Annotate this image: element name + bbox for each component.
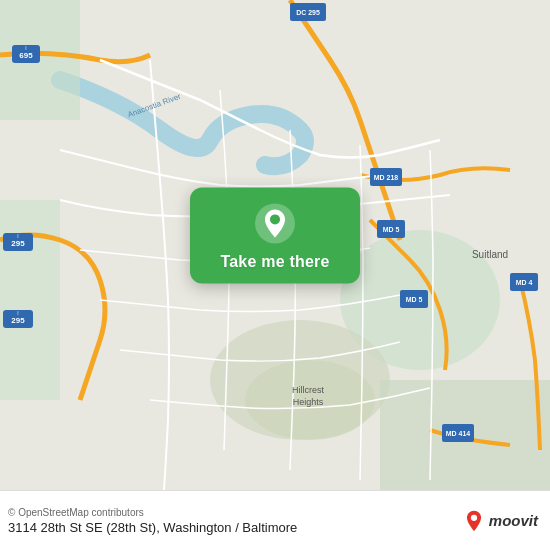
svg-text:Suitland: Suitland xyxy=(472,249,508,260)
svg-text:I: I xyxy=(17,310,18,316)
green-card[interactable]: Take me there xyxy=(190,187,360,283)
bottom-bar: © OpenStreetMap contributors 3114 28th S… xyxy=(0,490,550,550)
bottom-info: © OpenStreetMap contributors 3114 28th S… xyxy=(8,507,297,535)
svg-text:MD 5: MD 5 xyxy=(406,296,423,303)
cta-overlay: Take me there xyxy=(185,187,365,283)
moovit-logo: moovit xyxy=(463,510,538,532)
location-pin-icon xyxy=(253,201,297,245)
moovit-pin-icon xyxy=(463,510,485,532)
svg-text:DC 295: DC 295 xyxy=(296,9,320,16)
svg-point-33 xyxy=(270,214,280,224)
svg-text:MD 5: MD 5 xyxy=(383,226,400,233)
svg-text:I: I xyxy=(17,233,18,239)
svg-text:695: 695 xyxy=(19,51,33,60)
svg-text:MD 218: MD 218 xyxy=(374,174,399,181)
svg-point-34 xyxy=(471,514,477,520)
address-text: 3114 28th St SE (28th St), Washington / … xyxy=(8,520,297,535)
map-view: 695 I DC 295 295 I 295 I MD 218 MD 5 MD … xyxy=(0,0,550,490)
svg-text:I: I xyxy=(25,45,26,51)
take-me-there-button[interactable]: Take me there xyxy=(220,253,329,271)
svg-text:Hillcrest: Hillcrest xyxy=(292,385,325,395)
osm-credit: © OpenStreetMap contributors xyxy=(8,507,297,518)
svg-text:MD 414: MD 414 xyxy=(446,430,471,437)
svg-text:295: 295 xyxy=(11,316,25,325)
svg-text:MD 4: MD 4 xyxy=(516,279,533,286)
svg-rect-2 xyxy=(0,200,60,400)
svg-text:Heights: Heights xyxy=(293,397,324,407)
moovit-brand-text: moovit xyxy=(489,512,538,529)
svg-text:295: 295 xyxy=(11,239,25,248)
